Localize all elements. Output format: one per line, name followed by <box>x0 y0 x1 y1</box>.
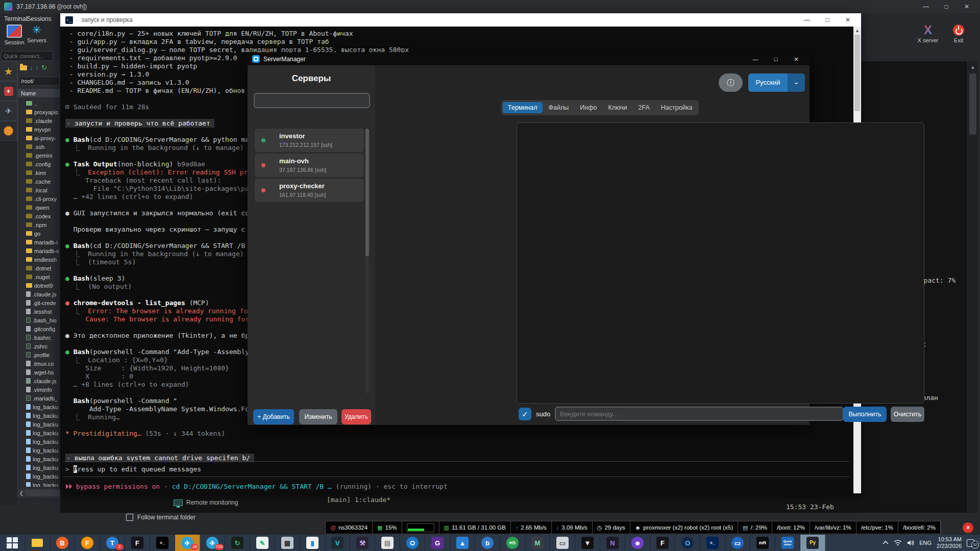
file-row-.config[interactable]: .config <box>18 160 61 168</box>
menu-sessions[interactable]: Sessions <box>27 15 52 22</box>
minimize-icon[interactable]: — <box>745 56 766 62</box>
edit-server-button[interactable]: Изменить <box>299 409 337 424</box>
statusbar-close-button[interactable]: ✕ <box>963 522 973 533</box>
taskbar-g-app[interactable]: G <box>425 535 450 551</box>
taskbar-anydesk[interactable]: ▭ <box>725 535 750 551</box>
taskbar-frkt-app[interactable]: F <box>125 535 150 551</box>
taskbar-github[interactable]: ☻ <box>625 535 650 551</box>
file-row-log_backu[interactable]: log_backu <box>18 429 61 437</box>
add-server-button[interactable]: + Добавить <box>253 409 294 424</box>
file-row-.mariadb_[interactable]: .mariadb_ <box>18 394 61 403</box>
taskbar-telegram-1[interactable]: ✈.26 <box>175 535 200 551</box>
file-row-.tmux.co[interactable]: .tmux.co <box>18 359 61 368</box>
taskbar-file-explorer[interactable] <box>25 535 50 551</box>
taskbar-monitor-app[interactable]: ▭ <box>550 535 575 551</box>
notification-center-icon[interactable]: 32 <box>967 539 976 547</box>
file-row-proxyapis[interactable]: proxyapis <box>18 108 61 116</box>
file-row-.gitconfig[interactable]: .gitconfig <box>18 324 61 333</box>
file-row-log_backu[interactable]: log_backu <box>18 403 61 411</box>
upload-icon[interactable]: ↑ <box>36 64 39 71</box>
scrollbar-thumb[interactable] <box>365 129 369 256</box>
download-icon[interactable]: ↓ <box>30 64 33 71</box>
scroll-left-icon[interactable]: ❮ <box>18 490 25 496</box>
taskbar-opera[interactable]: O <box>675 535 700 551</box>
file-row-log_backu[interactable]: log_backu <box>18 411 61 420</box>
file-row-.gemini[interactable]: .gemini <box>18 151 61 160</box>
clear-button[interactable]: Очистить <box>891 407 924 422</box>
refresh-icon[interactable]: ↻ <box>41 64 47 71</box>
tab-Настройка[interactable]: Настройка <box>656 102 698 113</box>
taskbar-neovim[interactable]: N <box>600 535 625 551</box>
file-row-.dotnet[interactable]: .dotnet <box>18 264 61 272</box>
taskbar-mr-app[interactable]: mR <box>750 535 775 551</box>
taskbar-python-terminal[interactable]: Py <box>800 535 825 551</box>
file-row-.bashrc[interactable]: .bashrc <box>18 333 61 342</box>
maximize-icon[interactable]: □ <box>817 16 838 23</box>
language-indicator[interactable]: ENG <box>919 540 932 546</box>
file-row-.profile[interactable]: .profile <box>18 350 61 359</box>
exit-button[interactable]: Exit <box>947 24 970 43</box>
tab-Ключи[interactable]: Ключи <box>603 102 632 113</box>
taskbar-cmd[interactable]: >_ <box>150 535 175 551</box>
servers-button[interactable]: ✳ Servers <box>26 24 48 43</box>
info-button[interactable]: ⓘ <box>719 73 743 92</box>
minimize-icon[interactable]: — <box>916 3 936 10</box>
taskbar-quick-utmo[interactable]: Quick utmo <box>775 535 800 551</box>
command-input[interactable] <box>555 407 844 421</box>
file-row-.git-crede[interactable]: .git-crede <box>18 298 61 307</box>
file-row-log_backu[interactable]: log_backu <box>18 472 61 481</box>
file-row-myvpn[interactable]: myvpn <box>18 125 61 134</box>
taskbar-photos[interactable]: ▲ <box>450 535 475 551</box>
tab-Файлы[interactable]: Файлы <box>544 102 574 113</box>
taskbar-start[interactable] <box>0 535 25 551</box>
servermanager-titlebar[interactable]: ServerManager — □ ✕ <box>248 53 810 65</box>
file-row-log_backu[interactable]: log_backu <box>18 481 61 487</box>
file-row-.claude[interactable]: .claude <box>18 116 61 125</box>
taskbar-notepad[interactable]: ▤ <box>375 535 400 551</box>
taskbar-tools-app[interactable]: ⚒ <box>350 535 375 551</box>
close-icon[interactable]: ✕ <box>838 16 858 23</box>
session-button[interactable]: Session <box>3 24 26 45</box>
file-row-.codex[interactable]: .codex <box>18 212 61 220</box>
file-row-.local[interactable]: .local <box>18 186 61 194</box>
menu-terminal[interactable]: Terminal <box>4 15 27 22</box>
path-input[interactable] <box>19 77 60 86</box>
file-row-.zshrc[interactable]: .zshrc <box>18 342 61 350</box>
server-card-proxy-checker[interactable]: proxy-checker161.97.118.40 [ssh] <box>255 179 364 202</box>
background-terminal-scrollbar[interactable]: ▲ <box>967 61 978 513</box>
checkbox-icon[interactable] <box>126 514 133 521</box>
close-icon[interactable]: ✕ <box>957 3 977 10</box>
delete-server-button[interactable]: Удалить <box>341 409 371 424</box>
file-row-.viminfo[interactable]: .viminfo <box>18 385 61 394</box>
taskbar-sync-app[interactable]: ↻ <box>225 535 250 551</box>
file-row-log_backu[interactable]: log_backu <box>18 437 61 446</box>
taskbar-blue-window-app[interactable]: ▮ <box>300 535 325 551</box>
taskbar-figma[interactable]: F <box>650 535 675 551</box>
file-row-.nuget[interactable]: .nuget <box>18 272 61 281</box>
taskbar-phone-edit[interactable]: ✎ <box>250 535 275 551</box>
tray-chevron-up-icon[interactable] <box>883 541 889 545</box>
server-card-investor[interactable]: investor173.212.212.157 [ssh] <box>255 129 364 152</box>
file-row-.cli-proxy[interactable]: .cli-proxy <box>18 194 61 203</box>
taskbar-telegram-2[interactable]: ✈715 <box>200 535 225 551</box>
speaker-icon[interactable] <box>907 540 914 546</box>
scrollbar-thumb[interactable] <box>854 35 860 111</box>
taskbar-mobaxterm[interactable]: M <box>525 535 550 551</box>
file-row-log_backu[interactable]: log_backu <box>18 420 61 429</box>
taskbar-heidisql[interactable]: HS <box>500 535 525 551</box>
file-row-.ssh[interactable]: .ssh <box>18 142 61 151</box>
file-row-endlessh[interactable]: endlessh <box>18 255 61 264</box>
rail-tab-sftp[interactable] <box>0 121 17 141</box>
remote-monitoring-toggle[interactable]: Remote monitoring <box>174 499 238 506</box>
rail-tab-tools[interactable]: + <box>0 81 17 101</box>
file-row-.claude.js[interactable]: .claude.js <box>18 377 61 385</box>
taskbar-swirl-app[interactable]: O <box>400 535 425 551</box>
file-row-.npm[interactable]: .npm <box>18 220 61 229</box>
file-row-.wget-hs[interactable]: .wget-hs <box>18 368 61 377</box>
folder-up-icon[interactable] <box>20 65 27 70</box>
file-row-.kimi[interactable]: .kimi <box>18 168 61 177</box>
maximize-icon[interactable]: □ <box>766 56 786 62</box>
file-row-mariadb-i[interactable]: mariadb-i <box>18 238 61 246</box>
file-row-log_backu[interactable]: log_backu <box>18 463 61 472</box>
taskbar-funnel-app[interactable]: ▼ <box>575 535 600 551</box>
